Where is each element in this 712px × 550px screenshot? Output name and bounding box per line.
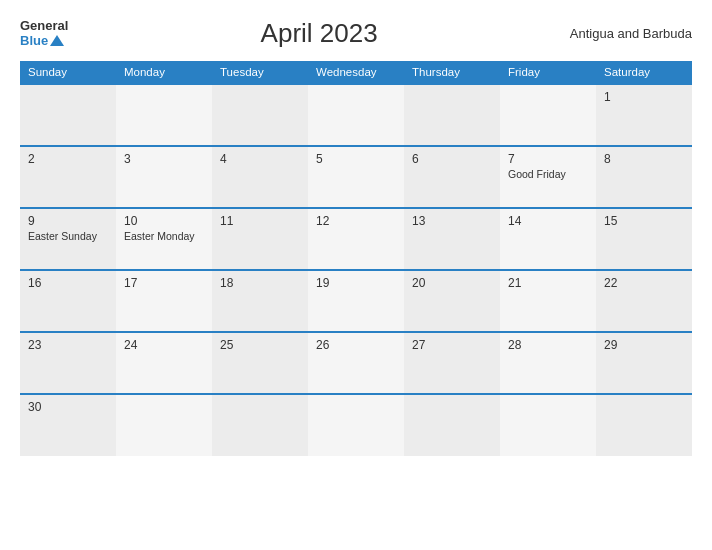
day-number: 22 bbox=[604, 276, 684, 290]
calendar-cell: 25 bbox=[212, 332, 308, 394]
day-number: 29 bbox=[604, 338, 684, 352]
calendar-cell: 11 bbox=[212, 208, 308, 270]
calendar-cell bbox=[404, 84, 500, 146]
header: General Blue April 2023 Antigua and Barb… bbox=[20, 18, 692, 49]
calendar-cell bbox=[500, 394, 596, 456]
day-number: 21 bbox=[508, 276, 588, 290]
day-number: 11 bbox=[220, 214, 300, 228]
day-number: 16 bbox=[28, 276, 108, 290]
calendar-cell bbox=[500, 84, 596, 146]
calendar-week-row: 234567Good Friday8 bbox=[20, 146, 692, 208]
col-saturday: Saturday bbox=[596, 61, 692, 84]
calendar-cell: 15 bbox=[596, 208, 692, 270]
calendar-cell: 9Easter Sunday bbox=[20, 208, 116, 270]
day-number: 20 bbox=[412, 276, 492, 290]
day-number: 10 bbox=[124, 214, 204, 228]
day-number: 19 bbox=[316, 276, 396, 290]
calendar-cell: 19 bbox=[308, 270, 404, 332]
calendar-cell: 20 bbox=[404, 270, 500, 332]
calendar-cell: 24 bbox=[116, 332, 212, 394]
calendar-week-row: 23242526272829 bbox=[20, 332, 692, 394]
calendar-cell bbox=[308, 394, 404, 456]
calendar-cell bbox=[116, 84, 212, 146]
calendar-cell bbox=[20, 84, 116, 146]
day-number: 7 bbox=[508, 152, 588, 166]
day-number: 1 bbox=[604, 90, 684, 104]
calendar-cell: 23 bbox=[20, 332, 116, 394]
day-number: 3 bbox=[124, 152, 204, 166]
col-thursday: Thursday bbox=[404, 61, 500, 84]
day-number: 13 bbox=[412, 214, 492, 228]
logo-general-text: General bbox=[20, 19, 68, 33]
calendar-cell bbox=[212, 84, 308, 146]
day-number: 17 bbox=[124, 276, 204, 290]
day-number: 15 bbox=[604, 214, 684, 228]
calendar-cell: 13 bbox=[404, 208, 500, 270]
calendar-cell: 5 bbox=[308, 146, 404, 208]
calendar-cell: 1 bbox=[596, 84, 692, 146]
day-number: 9 bbox=[28, 214, 108, 228]
day-number: 2 bbox=[28, 152, 108, 166]
day-number: 4 bbox=[220, 152, 300, 166]
day-number: 24 bbox=[124, 338, 204, 352]
calendar-week-row: 1 bbox=[20, 84, 692, 146]
calendar-cell bbox=[308, 84, 404, 146]
day-event: Good Friday bbox=[508, 168, 588, 180]
calendar-cell: 6 bbox=[404, 146, 500, 208]
calendar-cell: 3 bbox=[116, 146, 212, 208]
calendar-week-row: 16171819202122 bbox=[20, 270, 692, 332]
calendar-cell: 10Easter Monday bbox=[116, 208, 212, 270]
calendar-cell: 21 bbox=[500, 270, 596, 332]
calendar-cell: 7Good Friday bbox=[500, 146, 596, 208]
col-friday: Friday bbox=[500, 61, 596, 84]
day-number: 30 bbox=[28, 400, 108, 414]
page: General Blue April 2023 Antigua and Barb… bbox=[0, 0, 712, 550]
calendar-cell: 22 bbox=[596, 270, 692, 332]
day-number: 12 bbox=[316, 214, 396, 228]
day-number: 25 bbox=[220, 338, 300, 352]
day-number: 26 bbox=[316, 338, 396, 352]
logo: General Blue bbox=[20, 19, 68, 48]
day-number: 27 bbox=[412, 338, 492, 352]
calendar-cell: 18 bbox=[212, 270, 308, 332]
calendar-title: April 2023 bbox=[261, 18, 378, 49]
day-number: 18 bbox=[220, 276, 300, 290]
calendar-cell: 8 bbox=[596, 146, 692, 208]
day-number: 5 bbox=[316, 152, 396, 166]
day-number: 14 bbox=[508, 214, 588, 228]
calendar-cell: 26 bbox=[308, 332, 404, 394]
calendar-table: Sunday Monday Tuesday Wednesday Thursday… bbox=[20, 61, 692, 456]
col-sunday: Sunday bbox=[20, 61, 116, 84]
calendar-cell: 29 bbox=[596, 332, 692, 394]
calendar-cell: 12 bbox=[308, 208, 404, 270]
col-tuesday: Tuesday bbox=[212, 61, 308, 84]
calendar-cell: 4 bbox=[212, 146, 308, 208]
calendar-cell: 28 bbox=[500, 332, 596, 394]
calendar-week-row: 30 bbox=[20, 394, 692, 456]
col-wednesday: Wednesday bbox=[308, 61, 404, 84]
calendar-cell bbox=[404, 394, 500, 456]
day-number: 8 bbox=[604, 152, 684, 166]
day-number: 6 bbox=[412, 152, 492, 166]
country-label: Antigua and Barbuda bbox=[570, 26, 692, 41]
day-event: Easter Sunday bbox=[28, 230, 108, 242]
calendar-cell: 27 bbox=[404, 332, 500, 394]
logo-triangle-icon bbox=[50, 35, 64, 46]
calendar-week-row: 9Easter Sunday10Easter Monday1112131415 bbox=[20, 208, 692, 270]
calendar-cell: 14 bbox=[500, 208, 596, 270]
calendar-cell bbox=[596, 394, 692, 456]
calendar-cell: 2 bbox=[20, 146, 116, 208]
weekday-header-row: Sunday Monday Tuesday Wednesday Thursday… bbox=[20, 61, 692, 84]
calendar-cell: 30 bbox=[20, 394, 116, 456]
day-event: Easter Monday bbox=[124, 230, 204, 242]
day-number: 23 bbox=[28, 338, 108, 352]
calendar-cell bbox=[116, 394, 212, 456]
calendar-cell: 17 bbox=[116, 270, 212, 332]
day-number: 28 bbox=[508, 338, 588, 352]
col-monday: Monday bbox=[116, 61, 212, 84]
logo-blue-text: Blue bbox=[20, 34, 68, 48]
calendar-cell bbox=[212, 394, 308, 456]
calendar-cell: 16 bbox=[20, 270, 116, 332]
